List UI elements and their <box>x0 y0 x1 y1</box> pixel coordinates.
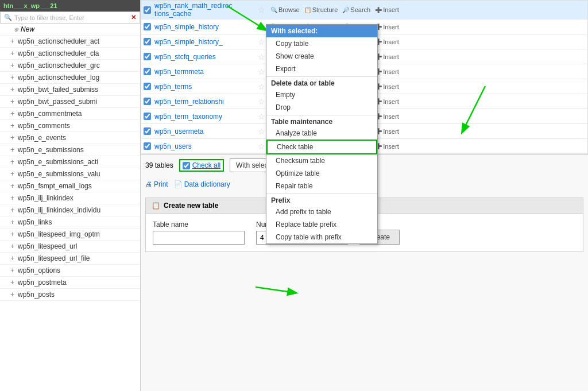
table-name-link[interactable]: wp5n_simple_history_ <box>154 38 258 46</box>
table-checkbox[interactable] <box>144 83 151 90</box>
sidebar-item-11[interactable]: + wp5n_e_submissions_acti <box>0 156 140 168</box>
ctx-checksum-table[interactable]: Checksum table <box>266 154 377 167</box>
table-name-link[interactable]: wp5n_users <box>154 142 258 150</box>
ctx-drop[interactable]: Drop <box>266 101 377 114</box>
table-name-link[interactable]: wp5n_term_relationshi <box>154 98 258 106</box>
data-dictionary-label: Data dictionary <box>184 180 230 188</box>
sidebar-item-22[interactable]: + wp5n_posts <box>0 289 140 301</box>
filter-icon: 🔍 <box>4 14 12 21</box>
filter-clear-button[interactable]: ✕ <box>131 14 136 21</box>
star-icon[interactable]: ☆ <box>258 82 265 91</box>
table-checkbox[interactable] <box>144 98 151 105</box>
table-checkbox[interactable] <box>144 68 151 75</box>
sidebar-item-20[interactable]: + wp5n_options <box>0 265 140 277</box>
sidebar-item-7[interactable]: + wp5n_commentmeta <box>0 108 140 120</box>
table-name-link[interactable]: wp5n_rank_math_redirec tions_cache <box>154 2 258 18</box>
sidebar-item-12[interactable]: + wp5n_e_submissions_valu <box>0 168 140 180</box>
filter-placeholder: Type to filler these, Enter <box>14 14 84 21</box>
table-checkbox[interactable] <box>144 38 151 45</box>
sidebar-item-label: wp5n_options <box>18 266 60 274</box>
sidebar-item-8[interactable]: + wp5n_comments <box>0 120 140 132</box>
action-links: 🔍Browse 📋Structure 🔎Search ➕Insert <box>269 6 401 14</box>
ctx-empty[interactable]: Empty <box>266 88 377 101</box>
star-icon[interactable]: ☆ <box>258 97 265 106</box>
structure-link[interactable]: 📋Structure <box>303 6 340 14</box>
ctx-show-create[interactable]: Show create <box>266 50 377 63</box>
sidebar-item-2[interactable]: + wp5n_actionscheduler_cla <box>0 48 140 60</box>
table-checkbox[interactable] <box>144 53 151 60</box>
sidebar-item-5[interactable]: + wp5n_bwt_failed_submiss <box>0 84 140 96</box>
ctx-check-table[interactable]: Check table <box>266 140 377 154</box>
ctx-add-prefix[interactable]: Add prefix to table <box>266 206 377 218</box>
sidebar-item-label: wp5n_e_events <box>18 134 66 142</box>
table-checkbox[interactable] <box>144 113 151 120</box>
sidebar-item-13[interactable]: + wp5n_fsmpt_email_logs <box>0 180 140 192</box>
star-icon[interactable]: ☆ <box>258 37 265 47</box>
tables-count: 39 tables <box>145 161 173 169</box>
table-checkbox[interactable] <box>144 23 151 30</box>
sidebar-item-10[interactable]: + wp5n_e_submissions <box>0 144 140 156</box>
sidebar-item-19[interactable]: + wp5n_litespeed_url_file <box>0 253 140 265</box>
sidebar: htn___x_wp___21 🔍 Type to filler these, … <box>0 0 141 391</box>
search-link[interactable]: 🔎Search <box>341 6 372 14</box>
ctx-copy-table[interactable]: Copy table <box>266 37 377 50</box>
sidebar-item-21[interactable]: + wp5n_postmeta <box>0 277 140 289</box>
table-name-link[interactable]: wp5n_stcfq_queries <box>154 53 258 61</box>
table-name-input[interactable] <box>153 231 245 245</box>
star-icon[interactable]: ☆ <box>258 67 265 76</box>
ctx-replace-prefix[interactable]: Replace table prefix <box>266 218 377 231</box>
star-icon[interactable]: ☆ <box>258 22 265 32</box>
sidebar-filter-bar: 🔍 Type to filler these, Enter ✕ <box>0 11 140 24</box>
sidebar-item-label: wp5n_comments <box>18 122 70 130</box>
create-table-icon: 📋 <box>152 202 160 210</box>
star-icon[interactable]: ☆ <box>258 142 265 151</box>
star-icon[interactable]: ☆ <box>258 112 265 121</box>
check-all-link[interactable]: Check all <box>192 161 220 169</box>
sidebar-item-label: wp5n_commentmeta <box>18 110 82 118</box>
star-icon[interactable]: ☆ <box>258 127 265 136</box>
context-menu-header: With selected: <box>266 25 377 37</box>
sidebar-item-4[interactable]: + wp5n_actionscheduler_log <box>0 72 140 84</box>
sidebar-item-6[interactable]: + wp5n_bwt_passed_submi <box>0 96 140 108</box>
ctx-repair-table[interactable]: Repair table <box>266 180 377 192</box>
table-checkbox[interactable] <box>144 6 151 14</box>
table-name-label: Table name <box>153 220 245 229</box>
ctx-analyze-table[interactable]: Analyze table <box>266 127 377 140</box>
sidebar-item-label: wp5n_posts <box>18 291 55 299</box>
table-name-link[interactable]: wp5n_terms <box>154 83 258 91</box>
expand-icon: + <box>10 37 14 45</box>
table-name-link[interactable]: wp5n_simple_history <box>154 23 258 31</box>
ctx-copy-prefix[interactable]: Copy table with prefix <box>266 231 377 243</box>
star-icon[interactable]: ☆ <box>258 52 265 61</box>
table-name-link[interactable]: wp5n_termmeta <box>154 68 258 76</box>
sidebar-item-14[interactable]: + wp5n_ilj_linkindex <box>0 192 140 204</box>
star-icon[interactable]: ☆ <box>258 5 265 14</box>
new-icon: ⊕ <box>14 26 18 33</box>
expand-icon: + <box>10 122 14 130</box>
table-checkbox[interactable] <box>144 142 151 150</box>
sidebar-item-new[interactable]: ⊕ New <box>0 24 140 36</box>
print-link[interactable]: 🖨 Print <box>145 180 168 188</box>
sidebar-item-1[interactable]: + wp5n_actionscheduler_act <box>0 36 140 48</box>
sidebar-item-17[interactable]: + wp5n_litespeed_img_optm <box>0 229 140 241</box>
sidebar-item-18[interactable]: + wp5n_litespeed_url <box>0 241 140 253</box>
data-dictionary-link[interactable]: 📄 Data dictionary <box>174 180 230 188</box>
browse-link[interactable]: 🔍Browse <box>269 6 301 14</box>
sidebar-item-9[interactable]: + wp5n_e_events <box>0 132 140 144</box>
table-name-link[interactable]: wp5n_usermeta <box>154 127 258 136</box>
expand-icon: + <box>10 278 14 287</box>
sidebar-item-15[interactable]: + wp5n_ilj_linkindex_individu <box>0 204 140 216</box>
sidebar-item-3[interactable]: + wp5n_actionscheduler_grc <box>0 60 140 72</box>
table-name-link[interactable]: wp5n_term_taxonomy <box>154 113 258 121</box>
ctx-optimize-table[interactable]: Optimize table <box>266 167 377 180</box>
check-all-checkbox[interactable] <box>183 162 190 169</box>
table-checkbox[interactable] <box>144 127 151 135</box>
sidebar-item-16[interactable]: + wp5n_links <box>0 216 140 229</box>
sidebar-item-label: wp5n_bwt_passed_submi <box>18 98 97 106</box>
ctx-export[interactable]: Export <box>266 63 377 75</box>
print-icon: 🖨 <box>145 180 152 188</box>
expand-icon: + <box>10 61 14 69</box>
insert-link[interactable]: ➕Insert <box>373 6 401 14</box>
expand-icon: + <box>10 182 14 190</box>
expand-icon: + <box>10 134 14 142</box>
